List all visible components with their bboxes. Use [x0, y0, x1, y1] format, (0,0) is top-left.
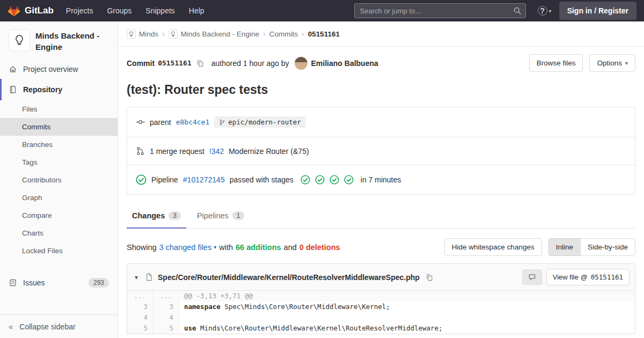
deletions-count: 0 deletions — [299, 243, 340, 252]
nav-groups[interactable]: Groups — [100, 0, 138, 21]
nav-help[interactable]: Help — [182, 0, 211, 21]
new-line-number[interactable]: 3 — [153, 302, 179, 312]
sidebar-item-label: Repository — [23, 85, 62, 94]
nav-snippets[interactable]: Snippets — [138, 0, 181, 21]
old-line-number[interactable]: 3 — [127, 302, 153, 312]
pipeline-stage-icon[interactable] — [330, 175, 339, 185]
pipeline-stage-icon[interactable] — [315, 175, 325, 185]
old-line-number[interactable]: 5 — [127, 323, 153, 334]
pipeline-id-link[interactable]: #101272145 — [183, 175, 225, 184]
pipeline-duration: in 7 minutes — [361, 175, 401, 184]
old-line-number[interactable]: 4 — [127, 312, 153, 323]
new-line-number[interactable]: 4 — [153, 312, 179, 323]
changed-files-dropdown[interactable]: 3 changed files ▾ — [159, 243, 217, 252]
copy-path-button[interactable] — [425, 273, 434, 282]
code-line: use Minds\Core\Router\Middleware\Kernel\… — [179, 323, 635, 334]
authored-text: authored 1 hour ago by — [211, 59, 289, 68]
copy-icon — [426, 274, 433, 281]
chevron-down-icon: ▾ — [625, 60, 628, 66]
sidebar-item-graph[interactable]: Graph — [0, 189, 118, 207]
lightbulb-icon — [170, 31, 176, 37]
sidebar-item-project-overview[interactable]: Project overview — [0, 60, 118, 79]
brand-name: GitLab — [25, 5, 54, 16]
pipeline-label: Pipeline — [151, 175, 178, 184]
author-name[interactable]: Emiliano Balbuena — [311, 59, 378, 68]
commit-label: Commit — [127, 59, 155, 68]
copy-sha-button[interactable] — [195, 58, 205, 68]
search-bar — [354, 3, 526, 18]
file-icon — [145, 273, 153, 281]
commit-title: (test): Router spec tests — [127, 83, 635, 97]
parent-row: parent e8bc4ce1 epic/modern-router — [127, 107, 635, 137]
help-icon: ? — [538, 6, 547, 16]
sidebar-item-files[interactable]: Files — [0, 100, 118, 118]
sign-in-button[interactable]: Sign in / Register — [559, 2, 636, 20]
diff-file-header: ▾ Spec/Core/Router/Middleware/Kernel/Rou… — [127, 264, 635, 291]
tab-pipelines[interactable]: Pipelines 1 — [192, 203, 250, 228]
commit-sha: 05151161 — [158, 59, 192, 67]
sidebar-item-tags[interactable]: Tags — [0, 153, 118, 171]
new-line-number[interactable]: 5 — [153, 323, 179, 334]
hide-whitespace-button[interactable]: Hide whitespace changes — [444, 238, 542, 256]
merge-request-row: 1 merge request !342 Modernize Router (&… — [127, 137, 635, 165]
gitlab-logo[interactable]: GitLab — [0, 5, 59, 17]
nav-projects[interactable]: Projects — [59, 0, 100, 21]
collapse-label: Collapse sidebar — [19, 322, 75, 331]
pipeline-stage-icon[interactable] — [344, 175, 354, 185]
breadcrumb-current-sha: 05151161 — [308, 30, 340, 38]
breadcrumb-separator: › — [162, 30, 165, 38]
additions-count: 66 additions — [236, 243, 281, 252]
sidebar-item-compare[interactable]: Compare — [0, 207, 118, 224]
toggle-comments-button[interactable] — [522, 269, 542, 285]
sidebar-project-link[interactable]: Minds Backend - Engine — [0, 21, 118, 60]
collapse-diff-icon[interactable]: ▾ — [133, 274, 140, 281]
diff-file-path[interactable]: Spec/Core/Router/Middleware/Kernel/Route… — [158, 273, 420, 282]
and-label: and — [284, 243, 297, 252]
branch-tag[interactable]: epic/modern-router — [214, 116, 305, 128]
issues-icon — [9, 278, 17, 287]
inline-view-button[interactable]: Inline — [548, 238, 581, 256]
view-file-button[interactable]: View file @ 05151161 — [546, 269, 630, 285]
author-avatar[interactable] — [295, 57, 308, 70]
breadcrumb-commits[interactable]: Commits — [269, 30, 298, 38]
search-icon — [513, 6, 522, 15]
main-nav: Projects Groups Snippets Help — [59, 0, 211, 21]
commit-icon — [136, 117, 145, 127]
sidebar-item-branches[interactable]: Branches — [0, 136, 118, 153]
parent-sha-link[interactable]: e8bc4ce1 — [176, 118, 210, 126]
repository-submenu: Files Commits Branches Tags Contributors… — [0, 100, 118, 260]
pipeline-row: Pipeline #101272145 passed with stages i… — [127, 165, 635, 194]
sidebar-item-commits[interactable]: Commits — [0, 118, 118, 136]
top-navbar: GitLab Projects Groups Snippets Help ? ▾… — [0, 0, 644, 21]
sidebar-item-issues[interactable]: Issues 293 — [0, 273, 118, 293]
branch-icon — [219, 119, 225, 126]
tanuki-icon — [8, 5, 20, 17]
copy-icon — [196, 60, 204, 67]
tab-changes[interactable]: Changes 3 — [127, 203, 186, 228]
options-button[interactable]: Options ▾ — [589, 54, 635, 72]
diff-file: ▾ Spec/Core/Router/Middleware/Kernel/Rou… — [127, 263, 635, 334]
mr-title: Modernize Router (&75) — [229, 147, 309, 156]
sidebar-item-locked-files[interactable]: Locked Files — [0, 242, 118, 260]
sidebar: Minds Backend - Engine Project overview … — [0, 21, 118, 338]
pipeline-stage-icon[interactable] — [301, 175, 310, 185]
sidebar-item-repository[interactable]: Repository — [0, 79, 118, 100]
collapse-sidebar-button[interactable]: « Collapse sidebar — [0, 314, 118, 338]
help-menu[interactable]: ? ▾ — [538, 6, 552, 16]
lightbulb-icon — [128, 31, 134, 37]
side-by-side-view-button[interactable]: Side-by-side — [580, 238, 635, 256]
comment-icon — [528, 273, 536, 281]
browse-files-button[interactable]: Browse files — [529, 54, 583, 72]
chevron-down-icon: ▾ — [214, 244, 216, 250]
pipeline-mini-graph — [301, 175, 354, 185]
sidebar-item-charts[interactable]: Charts — [0, 224, 118, 242]
diff-hunk-row: ... ... @@ -3,13 +3,71 @@ — [127, 291, 635, 302]
project-avatar — [9, 30, 30, 51]
breadcrumb-minds[interactable]: Minds — [127, 30, 158, 39]
breadcrumb-project[interactable]: Minds Backend - Engine — [169, 30, 259, 39]
commit-meta-row: Commit 05151161 authored 1 hour ago by E… — [127, 54, 635, 72]
search-input[interactable] — [354, 3, 526, 18]
sidebar-item-contributors[interactable]: Contributors — [0, 171, 118, 189]
mr-ref-link[interactable]: !342 — [209, 147, 224, 156]
chevron-down-icon: ▾ — [549, 8, 552, 14]
